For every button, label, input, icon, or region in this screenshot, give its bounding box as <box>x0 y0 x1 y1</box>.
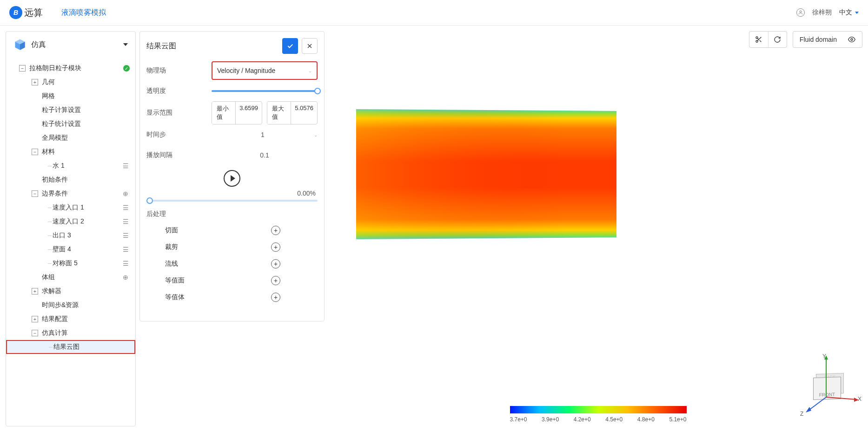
color-legend: 3.7e+0 3.9e+0 4.2e+0 4.5e+0 4.8e+0 5.1e+… <box>510 406 687 423</box>
scissors-icon <box>755 36 762 43</box>
collapse-icon[interactable]: − <box>32 190 38 197</box>
user-name[interactable]: 徐梓朔 <box>812 8 832 17</box>
post-isosurface[interactable]: 等值面 + <box>146 272 318 289</box>
post-isovolume[interactable]: 等值体 + <box>146 289 318 306</box>
axis-z-label: Z <box>800 411 803 417</box>
tree-bc-wall-4[interactable]: 壁面 4 ☰ <box>6 242 135 256</box>
timestep-select[interactable]: 1 ⌄ <box>212 131 318 138</box>
min-value[interactable]: 3.6599 <box>236 102 262 124</box>
chevron-down-icon: ⌄ <box>314 132 318 137</box>
tree-bc-outlet-3[interactable]: 出口 3 ☰ <box>6 229 135 242</box>
progress-slider[interactable] <box>146 200 318 202</box>
svg-point-0 <box>800 11 802 13</box>
field-select[interactable]: Velocity / Magnitude ⌄ <box>212 61 318 80</box>
svg-point-3 <box>851 39 853 40</box>
list-icon[interactable]: ☰ <box>121 203 130 212</box>
post-slice[interactable]: 切面 + <box>146 222 318 239</box>
brand-name: 远算 <box>24 7 43 19</box>
legend-gradient <box>510 406 687 413</box>
tree-particle-stat[interactable]: 粒子统计设置 <box>6 117 135 131</box>
add-icon[interactable]: + <box>271 242 280 252</box>
tree-bc-velocity-inlet-1[interactable]: 速度入口 1 ☰ <box>6 201 135 215</box>
tree-initial-conditions[interactable]: 初始条件 <box>6 173 135 187</box>
project-title[interactable]: 液滴喷雾模拟 <box>61 8 106 18</box>
tree-body-group[interactable]: 体组 ⊕ <box>6 270 135 284</box>
tree-boundary-conditions[interactable]: − 边界条件 ⊕ <box>6 187 135 201</box>
max-value-input[interactable]: 最大值 5.0576 <box>267 101 318 124</box>
add-icon[interactable]: ⊕ <box>121 273 130 281</box>
collapse-icon[interactable]: − <box>32 149 38 155</box>
cut-tool-button[interactable] <box>749 32 768 47</box>
props-header: 结果云图 <box>140 32 324 60</box>
post-clip[interactable]: 裁剪 + <box>146 239 318 255</box>
min-value-input[interactable]: 最小值 3.6599 <box>212 101 262 124</box>
tree-bc-symmetry-5[interactable]: 对称面 5 ☰ <box>6 256 135 270</box>
max-button[interactable]: 最大值 <box>267 102 291 124</box>
axes-arrows <box>794 353 859 418</box>
add-icon[interactable]: + <box>271 259 280 268</box>
tree-result-config[interactable]: + 结果配置 <box>6 312 135 326</box>
collapse-icon[interactable]: − <box>32 330 38 336</box>
slider-handle[interactable] <box>146 197 153 204</box>
list-icon[interactable]: ☰ <box>121 217 130 226</box>
tree-bc-velocity-inlet-2[interactable]: 速度入口 2 ☰ <box>6 215 135 229</box>
expand-icon[interactable]: + <box>32 288 38 295</box>
timestep-value: 1 <box>212 131 314 138</box>
refresh-tool-button[interactable] <box>768 32 787 47</box>
field-label: 物理场 <box>146 66 212 75</box>
caret-down-icon <box>123 43 128 46</box>
list-icon[interactable]: ☰ <box>121 259 130 268</box>
status-ok-icon: ✓ <box>123 65 130 72</box>
play-icon <box>231 175 235 182</box>
list-icon[interactable]: ☰ <box>121 245 130 254</box>
tree-geometry[interactable]: + 几何 <box>6 75 135 89</box>
add-icon[interactable]: + <box>271 226 280 235</box>
axes-gizmo[interactable]: BACK FRONT Y X Z <box>794 353 859 418</box>
svg-line-8 <box>826 397 856 399</box>
app-header: B 远算 液滴喷雾模拟 徐梓朔 中文 <box>0 0 868 26</box>
confirm-button[interactable] <box>282 38 298 54</box>
svg-point-1 <box>756 37 758 39</box>
list-icon[interactable]: ☰ <box>121 162 130 170</box>
tree-particle-calc[interactable]: 粒子计算设置 <box>6 103 135 117</box>
add-icon[interactable]: ⊕ <box>121 190 130 198</box>
language-selector[interactable]: 中文 <box>839 8 859 17</box>
language-label: 中文 <box>839 8 852 17</box>
collapse-icon[interactable]: − <box>19 65 26 72</box>
tree-material-water[interactable]: 水 1 ☰ <box>6 159 135 173</box>
opacity-slider[interactable] <box>212 90 318 92</box>
min-button[interactable]: 最小值 <box>212 102 236 124</box>
sidebar-header[interactable]: 仿真 <box>6 32 135 58</box>
tree-result-contour[interactable]: 结果云图 <box>6 340 135 354</box>
postprocessing-label: 后处理 <box>146 204 318 222</box>
user-icon <box>796 8 805 17</box>
tree-root-module[interactable]: − 拉格朗日粒子模块 ✓ <box>6 61 135 75</box>
close-icon <box>306 42 313 50</box>
list-icon[interactable]: ☰ <box>121 231 130 240</box>
tree-global-model[interactable]: 全局模型 <box>6 131 135 145</box>
model-tree-sidebar: 仿真 − 拉格朗日粒子模块 ✓ + 几何 网格 粒子计算设置 <box>6 31 136 426</box>
tree-solver[interactable]: + 求解器 <box>6 284 135 298</box>
tree-simulation-calc[interactable]: − 仿真计算 <box>6 326 135 340</box>
axis-x-label: X <box>858 396 861 402</box>
add-icon[interactable]: + <box>271 276 280 285</box>
play-button[interactable] <box>224 170 240 187</box>
props-title: 结果云图 <box>146 41 282 51</box>
slider-handle[interactable] <box>314 88 321 94</box>
close-button[interactable] <box>302 38 318 54</box>
max-value[interactable]: 5.0576 <box>291 102 317 124</box>
logo-icon: B <box>9 6 22 19</box>
add-icon[interactable]: + <box>271 293 280 302</box>
tree-mesh[interactable]: 网格 <box>6 89 135 103</box>
eye-icon[interactable] <box>848 36 855 43</box>
axis-y-label: Y <box>822 353 826 360</box>
tree-materials[interactable]: − 材料 <box>6 145 135 159</box>
chevron-down-icon: ⌄ <box>308 68 312 73</box>
3d-viewport[interactable]: Fluid domain <box>328 26 868 432</box>
domain-selector[interactable]: Fluid domain <box>793 31 862 48</box>
post-streamline[interactable]: 流线 + <box>146 255 318 272</box>
expand-icon[interactable]: + <box>32 316 38 322</box>
viewport-toolbar: Fluid domain <box>749 31 862 48</box>
tree-timestep-resources[interactable]: 时间步&资源 <box>6 298 135 312</box>
expand-icon[interactable]: + <box>32 79 38 85</box>
